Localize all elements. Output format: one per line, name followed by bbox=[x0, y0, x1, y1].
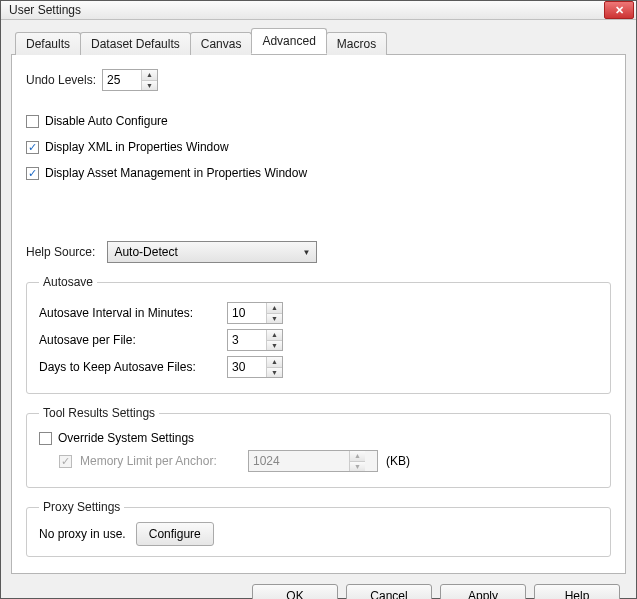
override-system-settings-label: Override System Settings bbox=[58, 431, 194, 445]
disable-auto-configure-label: Disable Auto Configure bbox=[45, 114, 168, 128]
memory-limit-label: Memory Limit per Anchor: bbox=[80, 454, 240, 468]
undo-levels-row: Undo Levels: ▲ ▼ bbox=[26, 69, 611, 91]
tab-panel-advanced: Undo Levels: ▲ ▼ Disable Auto Configure … bbox=[11, 54, 626, 574]
tab-defaults[interactable]: Defaults bbox=[15, 32, 81, 55]
tab-canvas[interactable]: Canvas bbox=[190, 32, 253, 55]
chevron-up-icon[interactable]: ▲ bbox=[267, 303, 282, 314]
autosave-days-keep-spinner[interactable]: ▲▼ bbox=[227, 356, 283, 378]
apply-button[interactable]: Apply bbox=[440, 584, 526, 599]
proxy-settings-group: Proxy Settings No proxy in use. Configur… bbox=[26, 500, 611, 557]
help-source-select[interactable]: Auto-Detect ▼ bbox=[107, 241, 317, 263]
tab-advanced[interactable]: Advanced bbox=[251, 28, 326, 54]
chevron-down-icon: ▼ bbox=[302, 248, 310, 257]
help-source-value: Auto-Detect bbox=[114, 245, 177, 259]
display-asset-mgmt-checkbox[interactable] bbox=[26, 167, 39, 180]
memory-limit-spinner: ▲▼ bbox=[248, 450, 378, 472]
disable-auto-configure-checkbox[interactable] bbox=[26, 115, 39, 128]
tabstrip: Defaults Dataset Defaults Canvas Advance… bbox=[11, 30, 626, 54]
override-system-settings-checkbox[interactable] bbox=[39, 432, 52, 445]
chevron-up-icon: ▲ bbox=[350, 451, 365, 462]
chevron-down-icon[interactable]: ▼ bbox=[267, 341, 282, 351]
autosave-per-file-label: Autosave per File: bbox=[39, 333, 219, 347]
autosave-interval-input[interactable] bbox=[228, 303, 266, 323]
content-area: Defaults Dataset Defaults Canvas Advance… bbox=[1, 20, 636, 599]
display-xml-label: Display XML in Properties Window bbox=[45, 140, 229, 154]
user-settings-window: User Settings ✕ Defaults Dataset Default… bbox=[0, 0, 637, 599]
help-source-row: Help Source: Auto-Detect ▼ bbox=[26, 241, 611, 263]
display-xml-checkbox[interactable] bbox=[26, 141, 39, 154]
autosave-per-file-input[interactable] bbox=[228, 330, 266, 350]
tab-macros[interactable]: Macros bbox=[326, 32, 387, 55]
configure-proxy-button[interactable]: Configure bbox=[136, 522, 214, 546]
proxy-status-text: No proxy in use. bbox=[39, 527, 126, 541]
tab-dataset-defaults[interactable]: Dataset Defaults bbox=[80, 32, 191, 55]
autosave-legend: Autosave bbox=[39, 275, 97, 289]
memory-limit-checkbox bbox=[59, 455, 72, 468]
dialog-button-bar: OK Cancel Apply Help bbox=[11, 574, 626, 599]
help-source-label: Help Source: bbox=[26, 245, 95, 259]
undo-levels-spinner[interactable]: ▲ ▼ bbox=[102, 69, 158, 91]
tool-results-legend: Tool Results Settings bbox=[39, 406, 159, 420]
chevron-up-icon[interactable]: ▲ bbox=[267, 330, 282, 341]
help-button[interactable]: Help bbox=[534, 584, 620, 599]
autosave-days-keep-label: Days to Keep Autosave Files: bbox=[39, 360, 219, 374]
display-asset-mgmt-label: Display Asset Management in Properties W… bbox=[45, 166, 307, 180]
autosave-days-keep-input[interactable] bbox=[228, 357, 266, 377]
autosave-group: Autosave Autosave Interval in Minutes: ▲… bbox=[26, 275, 611, 394]
proxy-settings-legend: Proxy Settings bbox=[39, 500, 124, 514]
titlebar: User Settings ✕ bbox=[1, 1, 636, 20]
window-title: User Settings bbox=[9, 3, 81, 17]
ok-button[interactable]: OK bbox=[252, 584, 338, 599]
chevron-down-icon[interactable]: ▼ bbox=[267, 314, 282, 324]
memory-limit-input bbox=[249, 451, 349, 471]
autosave-interval-label: Autosave Interval in Minutes: bbox=[39, 306, 219, 320]
chevron-down-icon[interactable]: ▼ bbox=[267, 368, 282, 378]
chevron-down-icon[interactable]: ▼ bbox=[142, 81, 157, 91]
chevron-down-icon: ▼ bbox=[350, 462, 365, 472]
chevron-up-icon[interactable]: ▲ bbox=[142, 70, 157, 81]
autosave-per-file-spinner[interactable]: ▲▼ bbox=[227, 329, 283, 351]
undo-levels-label: Undo Levels: bbox=[26, 73, 96, 87]
tool-results-group: Tool Results Settings Override System Se… bbox=[26, 406, 611, 488]
close-icon[interactable]: ✕ bbox=[604, 1, 634, 19]
autosave-interval-spinner[interactable]: ▲▼ bbox=[227, 302, 283, 324]
memory-limit-unit: (KB) bbox=[386, 454, 410, 468]
undo-levels-input[interactable] bbox=[103, 70, 141, 90]
chevron-up-icon[interactable]: ▲ bbox=[267, 357, 282, 368]
cancel-button[interactable]: Cancel bbox=[346, 584, 432, 599]
